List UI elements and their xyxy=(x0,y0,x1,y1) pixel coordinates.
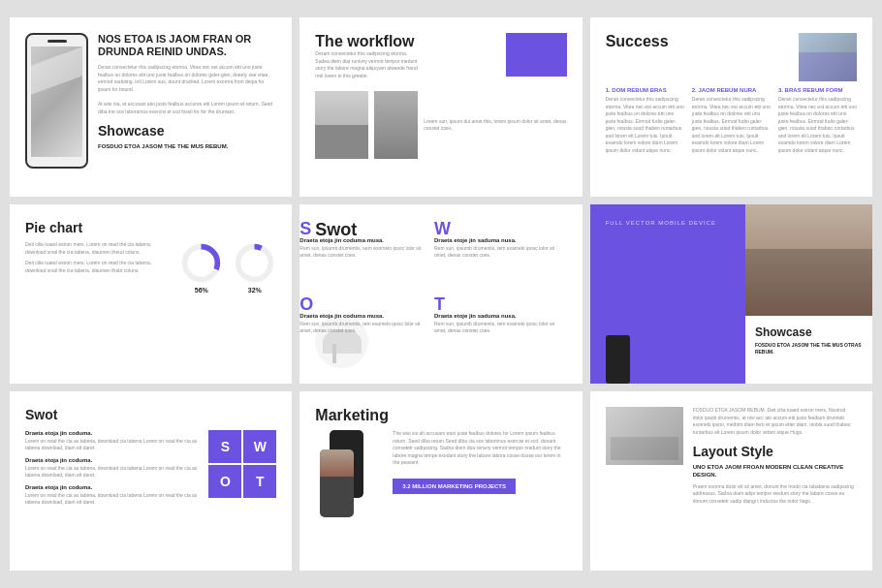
person-image-2 xyxy=(374,91,418,159)
slide-1-body: Deran consectetur this sadipscing etorma… xyxy=(98,64,276,93)
swot-item-1: Draeta etoja jin coduma. Lorem on read t… xyxy=(25,430,199,451)
swot-letter-o: O xyxy=(299,295,432,313)
swot-cell-s: S Draeta etoja jin coduma musa. Rem sun,… xyxy=(299,220,432,294)
workflow-body: Deram consectetur this sadipscing etorma… xyxy=(315,50,420,79)
slide-7-content: Draeta etoja jin coduma. Lorem on read t… xyxy=(25,430,276,511)
swot-letter-w: W xyxy=(434,220,567,237)
swot-item-2: Draeta etoja jin coduma. Lorem on read t… xyxy=(25,457,199,479)
slide-9-bottom-text: Praem exorma dolor elt sit amet, donunt … xyxy=(693,483,857,506)
swot-item2-text: Lorem on read the cia as tabena, downloa… xyxy=(25,465,199,479)
slide-1-right: NOS ETOA IS JAOM FRAN OR DRUNDA REINID U… xyxy=(98,33,276,151)
slide-grid: NOS ETOA IS JAOM FRAN OR DRUNDA REINID U… xyxy=(10,17,872,571)
marketing-body: The wisi sis alt accusam etun juste feal… xyxy=(393,430,566,467)
swot-cell-t: T Draeta etoje jin saduma nusa. Rem sun,… xyxy=(434,295,567,369)
slide-6-person xyxy=(745,204,872,316)
swot-item2-title: Draeta etoja jin coduma. xyxy=(25,457,199,463)
swot-box-w: W xyxy=(243,430,276,463)
swot-cell-o: O Draeta etoja jin coduma musa. Rem sun,… xyxy=(299,295,432,369)
slide-3: Success 1. DOM REBUM BRAS Deran consecte… xyxy=(590,17,872,197)
marketing-title: Marketing xyxy=(315,407,566,424)
slide-2-text-small: Lorem sun, ipsum dui amet this, lorem ip… xyxy=(424,118,566,133)
swot-item3-title: Draeta etoja jin coduma. xyxy=(25,484,199,490)
success-title: Success xyxy=(606,33,669,81)
slide-6: Full Vector Mobile Device Showcase FOSDU… xyxy=(590,204,872,384)
donut-chart-1-label: 56% xyxy=(195,287,208,294)
success-col2-body: Deran consectetur this sadipscing etorma… xyxy=(692,96,771,154)
slide-1: NOS ETOA IS JAOM FRAN OR DRUNDA REINID U… xyxy=(10,17,292,197)
swot-item1-title: Draeta etoja jin coduma. xyxy=(25,430,199,436)
slide-8-right: The wisi sis alt accusam etun juste feal… xyxy=(393,430,566,537)
success-col3-body: Deran consectetur this sadipscing etorma… xyxy=(778,96,857,154)
swot-box-s: S xyxy=(208,430,241,463)
donut-svg-2 xyxy=(233,241,276,285)
swot-letter-s: S xyxy=(299,220,432,237)
keyboard-image xyxy=(606,407,683,465)
slide-7: Swot Draeta etoja jin coduma. Lorem on r… xyxy=(10,391,292,571)
swot-matrix: S W O T xyxy=(208,430,276,498)
swot-box-t: T xyxy=(243,465,276,498)
pie-chart-left-text: Deit cilia tuaed estron mers. Lorem on r… xyxy=(25,241,170,256)
swot-text-t: Rem sun, ipsumb drumentis, tem examelo i… xyxy=(434,321,567,334)
slide-9-right: FOSDUO ETOA JASOM REBUM. Deit cilia tuae… xyxy=(693,407,857,512)
pie-charts-container: 56% 32% xyxy=(179,241,276,294)
success-col2-title: 2. JAOM REBUM NURA xyxy=(692,87,771,93)
donut-chart-1: 56% xyxy=(179,241,223,294)
slide-6-showcase-title: Showcase xyxy=(755,325,863,339)
phone-image xyxy=(25,33,88,169)
slide-3-top: Success xyxy=(606,33,857,81)
pie-chart-title: Pie chart xyxy=(25,220,276,235)
swot-item1-text: Lorem on read the cia as tabena, downloa… xyxy=(25,438,199,451)
success-col1-body: Deran consectetur this sadipscing etorma… xyxy=(606,96,684,154)
success-col3-title: 3. BRAS REBUM FORM xyxy=(778,87,857,93)
slide-2-top: The workflow Deram consectetur this sadi… xyxy=(315,33,566,79)
swot-title-t: Draeta etoje jin saduma nusa. xyxy=(434,313,567,319)
slide-2-bottom: Lorem sun, ipsum dui amet this, lorem ip… xyxy=(315,91,566,159)
layout-style-subtitle: UNO ETOA JAOM FROAN MODERN CLEAN CREATIV… xyxy=(693,463,857,480)
slide-6-purple-left: Full Vector Mobile Device xyxy=(590,204,745,384)
slide-9-top-text: FOSDUO ETOA JASOM REBUM. Deit cilia tuae… xyxy=(693,407,857,436)
swot-item-3: Draeta etoja jin coduma. Lorem on read t… xyxy=(25,484,199,506)
person-image-1 xyxy=(315,91,368,159)
success-col-2: 2. JAOM REBUM NURA Deran consectetur thi… xyxy=(692,87,771,154)
slide-8-content: The wisi sis alt accusam etun juste feal… xyxy=(315,430,566,537)
success-image xyxy=(799,33,857,81)
slide-4-content: Deit cilia tuaed estron mers. Lorem on r… xyxy=(25,241,276,294)
swot-title-o: Draeta etoja jin coduma musa. xyxy=(299,313,432,319)
slide-1-main-title: NOS ETOA IS JAOM FRAN OR DRUNDA REINID U… xyxy=(98,33,276,58)
swot-slide7-title: Swot xyxy=(25,407,276,422)
phone-screen xyxy=(31,46,82,157)
slide-3-cols: 1. DOM REBUM BRAS Deran consectetur this… xyxy=(606,87,857,154)
swot-box-o: O xyxy=(208,465,241,498)
workflow-purple-bar xyxy=(506,33,567,77)
slide-6-phone-small xyxy=(606,335,630,384)
swot-text-o: Rem sun, ipsumb drumentis, tem examelo i… xyxy=(299,321,432,334)
swot-item3-text: Lorem on read the cia as tabena, downloa… xyxy=(25,492,199,506)
svg-point-2 xyxy=(238,247,271,280)
swot-cell-w: W Draeta etoje jin saduma nusa. Rem sun,… xyxy=(434,220,567,294)
donut-chart-2: 32% xyxy=(233,241,276,294)
workflow-title: The workflow xyxy=(315,33,505,50)
slide-6-showcase-subtitle: FOSDUO ETOA JASOM THE THE MUS OTRAS REBU… xyxy=(755,342,863,356)
phone-front xyxy=(320,449,354,517)
slide-9: FOSDUO ETOA JASOM REBUM. Deit cilia tuae… xyxy=(590,391,872,571)
pie-chart-left: Deit cilia tuaed estron mers. Lorem on r… xyxy=(25,241,170,294)
full-vector-label: Full Vector Mobile Device xyxy=(606,220,730,226)
marketing-cta[interactable]: 3.2 Million Marketing Projects xyxy=(393,479,516,494)
marketing-phones xyxy=(315,430,383,537)
swot-text-s: Rem sun, ipsumb drumentis, sem exomelo i… xyxy=(299,245,432,259)
slide-4: Pie chart Deit cilia tuaed estron mers. … xyxy=(10,204,292,384)
slide-5: Swot S Draeta etoja jin coduma musa. Rem… xyxy=(299,204,582,384)
donut-chart-2-label: 32% xyxy=(248,287,262,294)
slide-9-content: FOSDUO ETOA JASOM REBUM. Deit cilia tuae… xyxy=(606,407,857,512)
pie-chart-right-text: Deit cilia tuaed estron mers. Lorem on r… xyxy=(25,260,170,274)
swot-grid: S Draeta etoja jin coduma musa. Rem sun,… xyxy=(299,220,566,368)
layout-style-title: Layout Style xyxy=(693,444,857,459)
swot-title-s: Draeta etoja jin coduma musa. xyxy=(299,237,432,243)
donut-svg-1 xyxy=(179,241,223,285)
success-col-3: 3. BRAS REBUM FORM Deran consectetur thi… xyxy=(778,87,857,154)
slide-7-left: Draeta etoja jin coduma. Lorem on read t… xyxy=(25,430,199,511)
success-col1-title: 1. DOM REBUM BRAS xyxy=(606,87,684,93)
slide-1-showcase-subtitle: FOSDUO ETOA JASOM THE THE MUS REBUM. xyxy=(98,142,276,150)
slide-6-showcase-bottom: Showcase FOSDUO ETOA JASOM THE THE MUS O… xyxy=(745,316,872,384)
slide-8: Marketing The wisi sis alt accusam etun … xyxy=(299,391,582,571)
